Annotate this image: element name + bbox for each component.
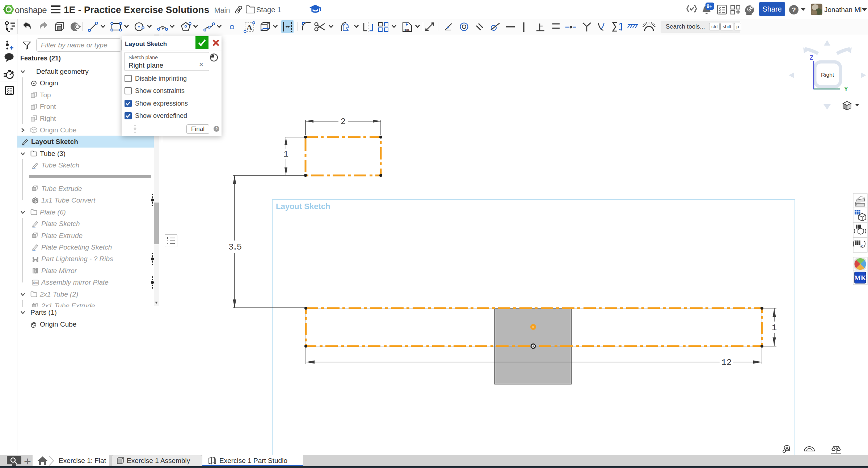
- svg-text:MK: MK: [854, 274, 866, 282]
- svg-text:1: 1: [283, 149, 288, 159]
- svg-text:?: ?: [792, 6, 796, 14]
- svg-text:1: 1: [772, 323, 777, 333]
- svg-text:x: x: [860, 243, 863, 248]
- svg-text:?: ?: [215, 127, 218, 131]
- svg-text:2: 2: [341, 117, 346, 127]
- svg-text:Y: Y: [844, 86, 848, 92]
- svg-text:DXF: DXF: [404, 28, 410, 32]
- svg-text:Layout Sketch: Layout Sketch: [276, 202, 330, 211]
- svg-text:3.5: 3.5: [228, 242, 241, 252]
- svg-text:Am: Am: [32, 281, 38, 285]
- svg-text:Right: Right: [821, 72, 834, 78]
- svg-text:Z: Z: [810, 55, 813, 61]
- svg-text:A: A: [247, 23, 252, 32]
- svg-text:12: 12: [721, 358, 732, 367]
